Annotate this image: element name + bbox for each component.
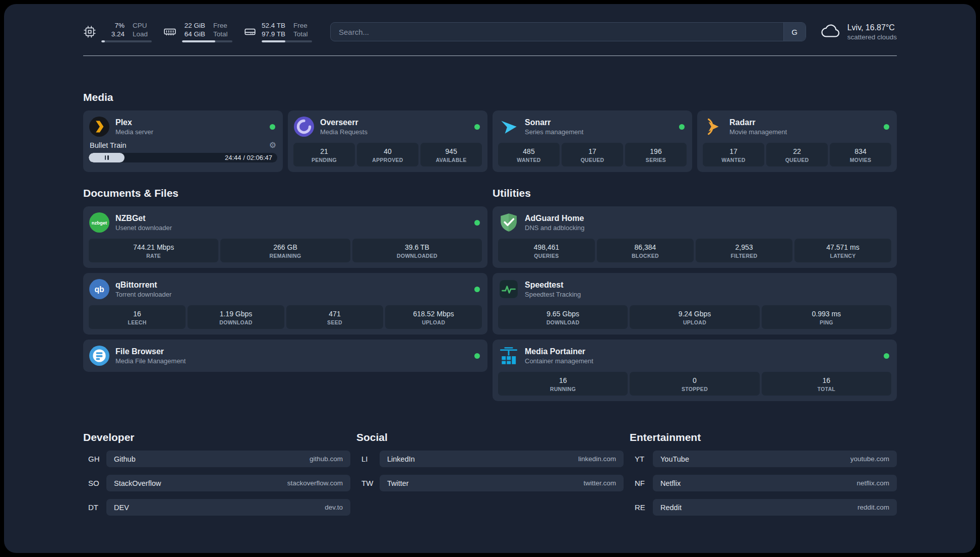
status-dot [474,220,480,226]
service-card-plex[interactable]: Plex Media server Bullet Train ⚙ 24:44 [83,110,283,172]
app-window: 7% 3.24 CPU Load 22 GiB [0,0,980,557]
topbar: 7% 3.24 CPU Load 22 GiB [83,21,897,42]
plex-icon [89,116,110,137]
stat-download: 1.19 GbpsDOWNLOAD [188,305,284,329]
service-desc: Media Requests [320,128,368,136]
status-dot [679,124,685,130]
search-input[interactable] [331,23,783,41]
stat-rate: 744.21 MbpsRATE [89,239,218,262]
stat-remaining: 266 GBREMAINING [220,239,350,262]
service-card-nzbget[interactable]: nzbget NZBGet Usenet downloader 744.21 M… [83,206,487,268]
stat-wanted: 17WANTED [703,143,764,166]
playback-progress-bar[interactable]: 24:44 / 02:06:47 [89,153,277,162]
weather-widget: Lviv, 16.87°C scattered clouds [820,23,897,41]
cloud-icon [820,23,841,41]
bookmark-youtube[interactable]: YouTube youtube.com [653,451,897,467]
bookmark-twitter[interactable]: Twitter twitter.com [380,475,624,491]
disk-free-label: Free [293,21,308,30]
weather-condition: scattered clouds [847,33,897,41]
status-dot [474,287,480,292]
bookmark-linkedin[interactable]: LinkedIn linkedin.com [380,451,624,467]
bookmark-group-entertainment: Entertainment YT YouTube youtube.com NF … [630,431,897,523]
bookmark-stackoverflow[interactable]: StackOverflow stackoverflow.com [106,475,350,491]
service-name: Speedtest [525,280,581,290]
service-card-radarr[interactable]: Radarr Movie management 17WANTED 22QUEUE… [697,110,897,172]
cpu-label: CPU [133,21,148,30]
section-title-social: Social [356,431,624,443]
service-name: File Browser [115,347,186,357]
cpu-percent: 7% [114,21,125,30]
bookmark-reddit[interactable]: Reddit reddit.com [653,499,897,516]
section-documents: Documents & Files nzbget NZBGet Usenet d… [83,187,487,372]
bookmark-abbr: DT [83,503,106,512]
bookmark-abbr: YT [630,455,653,463]
overseerr-icon [293,116,315,137]
section-media: Media Plex Media server Bullet Train [83,91,897,172]
stat-series: 196SERIES [625,143,687,166]
stat-movies: 834MOVIES [830,143,891,166]
playback-time: 24:44 / 02:06:47 [225,153,272,162]
memory-icon [163,25,177,38]
disk-total: 97.9 TB [262,30,285,38]
service-name: Media Portainer [525,347,593,357]
stat-upload: 618.52 MbpsUPLOAD [385,305,482,329]
bookmark-dev[interactable]: DEV dev.to [106,499,350,516]
filebrowser-icon [89,345,110,366]
disk-widget: 52.4 TB 97.9 TB Free Total [243,21,312,42]
stat-queries: 498,461QUERIES [498,239,595,262]
service-card-portainer[interactable]: Media Portainer Container management 16R… [493,340,897,401]
bookmark-abbr: GH [83,455,106,463]
service-card-adguard[interactable]: AdGuard Home DNS and adblocking 498,461Q… [493,206,897,268]
service-desc: Media File Management [115,357,186,365]
qbittorrent-icon: qb [89,278,110,300]
search-provider-button[interactable]: G [783,23,806,41]
service-card-sonarr[interactable]: Sonarr Series management 485WANTED 17QUE… [493,110,692,172]
gear-icon[interactable]: ⚙ [269,141,276,149]
service-card-overseerr[interactable]: Overseerr Media Requests 21PENDING 40APP… [288,110,487,172]
service-name: qBittorrent [115,280,171,290]
status-dot [474,124,480,130]
bookmark-abbr: LI [356,455,380,463]
section-title-entertainment: Entertainment [630,431,897,443]
stat-blocked: 86,384BLOCKED [597,239,694,262]
stat-queued: 17QUEUED [562,143,623,166]
service-desc: Series management [525,128,583,136]
service-card-filebrowser[interactable]: File Browser Media File Management [83,340,487,372]
weather-location: Lviv, 16.87°C [847,23,897,33]
stat-queued: 22QUEUED [766,143,828,166]
stat-approved: 40APPROVED [357,143,418,166]
service-desc: Media server [115,128,153,136]
svg-text:qb: qb [94,285,104,294]
disk-free: 52.4 TB [262,21,285,30]
service-name: Plex [115,118,153,128]
radarr-icon [703,116,724,137]
status-dot [884,124,889,130]
cpu-widget: 7% 3.24 CPU Load [83,21,152,42]
service-name: NZBGet [115,213,172,224]
bookmark-github[interactable]: Github github.com [106,451,350,467]
cpu-load: 3.24 [111,30,125,38]
pause-icon[interactable] [105,155,109,160]
section-utilities: Utilities AdGuard Home DNS and adblockin… [493,187,897,401]
stat-wanted: 485WANTED [498,143,560,166]
search-bar: G [330,22,806,41]
disk-total-label: Total [293,30,308,38]
memory-total: 64 GiB [185,30,205,38]
svg-text:nzbget: nzbget [92,220,107,226]
cpu-icon [83,25,96,38]
stat-pending: 21PENDING [293,143,355,166]
stat-download: 9.65 GbpsDOWNLOAD [498,305,628,329]
service-card-speedtest[interactable]: Speedtest Speedtest Tracking 9.65 GbpsDO… [493,273,897,335]
load-label: Load [133,30,148,38]
sonarr-icon [498,116,519,137]
bookmark-abbr: SO [83,479,106,487]
stat-seed: 471SEED [286,305,383,329]
service-card-qbittorrent[interactable]: qb qBittorrent Torrent downloader 16LEEC… [83,273,487,335]
memory-total-label: Total [213,30,228,38]
stat-total: 16TOTAL [762,372,891,396]
stat-running: 16RUNNING [498,372,628,396]
section-title-utilities: Utilities [493,187,897,199]
service-name: Overseerr [320,118,368,128]
portainer-icon [498,345,519,366]
bookmark-netflix[interactable]: Netflix netflix.com [653,475,897,491]
